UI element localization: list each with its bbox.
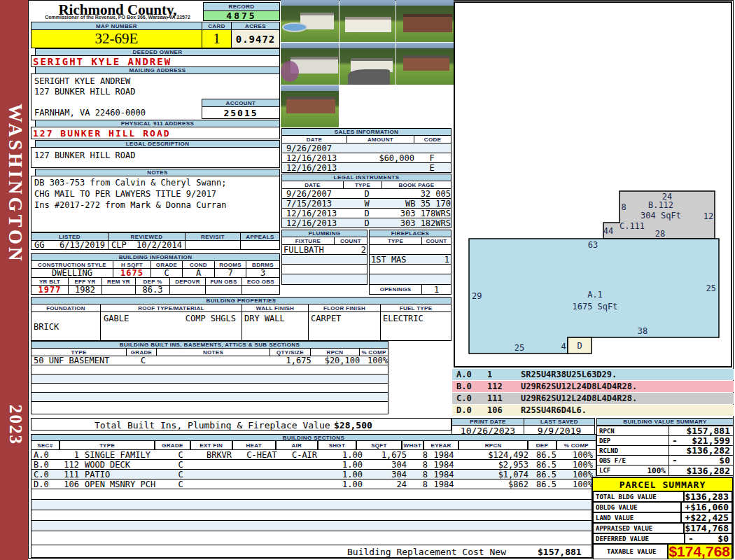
sketch-panel: 24 B.112 304 SqFt 8 12 44 C.111 28 63 A.…: [454, 1, 732, 368]
building-section-empty-row: [31, 531, 596, 545]
roof-cell: GABLE COMP SHGLS: [100, 312, 242, 341]
parcel-summary-title: PARCEL SUMMARY: [593, 478, 732, 491]
bvs-label: RPCN: [596, 426, 669, 436]
funobs-value: [205, 285, 242, 295]
replacement-cost-row: Building Replacement Cost New $157,881: [31, 545, 596, 558]
vector-code: 1: [487, 370, 521, 379]
vector-code: 111: [487, 393, 521, 403]
bs-sqft: 304: [363, 460, 407, 470]
driveway: [348, 69, 390, 85]
built-ins-empty-row: [31, 392, 388, 402]
bs-grade: C: [163, 479, 198, 489]
sidebar: WASHINGTON 2023: [0, 0, 28, 560]
bs-shgt: 1.00: [326, 450, 363, 460]
patio-label: C.111: [620, 221, 645, 231]
porch-label: D: [577, 341, 582, 351]
property-photo: [396, 43, 454, 85]
dim-b-bottom: 28: [655, 229, 665, 239]
bs-rpcn: $124,492: [460, 450, 528, 460]
built-ins-row: 50 UNF BASEMENT C 1,675 $20,100 100%: [31, 356, 388, 365]
ps-label: OBLDG VALUE: [593, 502, 681, 512]
effyr-value: 1982: [68, 285, 102, 295]
building-section-empty-row: [31, 499, 596, 510]
bi-type: 50 UNF BASEMENT: [31, 356, 128, 365]
vector-sec: A.0: [452, 370, 487, 379]
remyr-value: [102, 285, 136, 295]
note-line: DB 303-753 from Calvin & Cheryl Swann;: [34, 178, 279, 189]
li-book: 32 005: [386, 189, 451, 199]
mailing-line: 127 BUNKER HILL ROAD: [34, 87, 279, 97]
bs-shgt: 1.00: [326, 470, 363, 479]
deck-area: 304 SqFt: [640, 211, 681, 220]
fixture: FULLBATH: [282, 245, 338, 255]
vector-code-row: A.0 1 SR25U4R38U25L63D29.: [452, 369, 734, 380]
dim-c-step: 44: [603, 226, 613, 236]
built-ins-empty-row: [31, 374, 388, 384]
li-date: 12/16/2013: [282, 209, 348, 218]
li-type: D: [348, 189, 386, 199]
taxable-value-label: TAXABLE VALUE: [593, 544, 668, 559]
floorplan-sketch: 24 B.112 304 SqFt 8 12 44 C.111 28 63 A.…: [455, 3, 731, 366]
building-section-empty-row: [31, 520, 596, 531]
legal-instrument-row: 7/15/2013 W WB 35 170: [281, 198, 451, 209]
bs-shgt: 1.00: [326, 479, 363, 489]
ecoobs-value: [241, 285, 280, 295]
sale-date: 12/16/2013: [282, 163, 351, 173]
bvs-label: LCF 100%: [596, 465, 669, 476]
bi-rpcn: $20,100: [312, 356, 360, 365]
li-type: D: [348, 209, 386, 218]
legal-description-text: 127 BUNKER HILL ROAD: [31, 150, 136, 160]
property-photo: [281, 85, 339, 127]
bvs-value: $157,881: [686, 426, 730, 436]
bi-grade: C: [128, 356, 158, 365]
property-photo: [281, 0, 339, 42]
vector-code-row: B.0 112 U29R62SU12L24D8L4D4R28.: [452, 381, 734, 392]
fireplace-row: [369, 264, 451, 274]
vector-code: 112: [487, 382, 521, 391]
dim-a-top: 63: [588, 240, 598, 250]
vector-sec: B.0: [452, 382, 487, 391]
vector-code-row: D.0 106 R25SU4R6D4L6.: [452, 405, 734, 416]
reviewed-by: CLP: [111, 240, 127, 250]
vector-string: SR25U4R38U25L63D29.: [521, 370, 617, 379]
sales-row: 12/16/2013 $60,000 F: [281, 153, 451, 163]
ps-label: LAND VALUE: [593, 512, 681, 523]
fireplace-row: [369, 274, 451, 285]
built-ins-empty-row: [31, 401, 388, 414]
building-section-row: A.0 1 SINGLE FAMILY C BRKVR C-HEAT C-AIR…: [31, 449, 596, 460]
bs-comp: 100%: [556, 460, 593, 470]
li-date: 7/15/2013: [282, 199, 348, 209]
vector-code-row: C.0 111 U29R62SU12L24D8L4D4R28.: [452, 393, 734, 404]
deck-label: B.112: [648, 200, 673, 210]
dim-d-width: 4: [561, 342, 566, 351]
listed-value: GG 6/13/2019: [31, 240, 108, 250]
card-value: 1: [202, 29, 232, 48]
map-number-value: 32-69E: [31, 29, 202, 48]
bvs-label: DEP: [596, 435, 669, 446]
bs-rpcn: $1,074: [460, 470, 528, 479]
vector-sec: C.0: [452, 393, 487, 403]
parcel-summary: PARCEL SUMMARY TOTAL BLDG VALUE $136,283…: [592, 477, 734, 559]
ps-value: $22,425: [690, 512, 729, 523]
wall-finish-cell: DRY WALL: [241, 312, 309, 341]
revisit-value: [185, 240, 241, 250]
bs-type: WOOD DECK: [79, 460, 163, 470]
account-value: 25015: [202, 106, 280, 119]
bs-sec: C.0: [31, 470, 61, 479]
reviewed-date: 10/2/2014: [136, 240, 182, 250]
plumbing-row: [281, 254, 368, 265]
ps-label: APPRAISED VALUE: [593, 523, 684, 533]
bs-dep: 86.5: [528, 479, 556, 489]
fireplace-type: 1ST MAS: [370, 255, 423, 265]
fireplace-count: 1: [423, 255, 449, 265]
ps-value: $136,283: [685, 491, 729, 502]
bs-sqft: 1,675: [363, 450, 407, 460]
sale-code: F: [414, 153, 449, 163]
building-section-empty-row: [31, 489, 596, 500]
built-ins-total-row: Total Built Ins, Plumbing & Fireplace Va…: [31, 418, 451, 430]
dwelling-label: A.1: [587, 290, 603, 300]
floor-finish-value: CARPET: [309, 312, 380, 323]
bs-code: 112: [61, 460, 79, 470]
replacement-cost-value: $157,881: [538, 547, 582, 557]
taxable-value-text: $174,768: [668, 543, 730, 560]
